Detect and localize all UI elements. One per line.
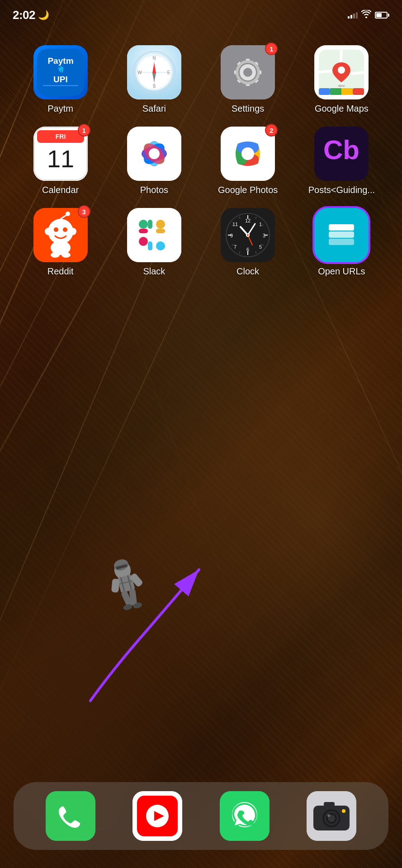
app-posts-label: Posts<Guiding... bbox=[308, 184, 375, 195]
status-bar: 2:02 🌙 bbox=[0, 0, 402, 24]
svg-point-63 bbox=[63, 227, 67, 232]
svg-point-67 bbox=[69, 228, 76, 235]
app-safari[interactable]: N S E W Safari bbox=[107, 45, 201, 114]
app-gphotos-label: Google Photos bbox=[218, 184, 278, 195]
svg-text:1: 1 bbox=[259, 222, 262, 227]
app-paytm-label: Paytm bbox=[47, 103, 73, 114]
svg-text:FRI: FRI bbox=[55, 133, 66, 140]
svg-point-107 bbox=[247, 234, 249, 236]
svg-rect-34 bbox=[330, 88, 341, 95]
svg-text:9: 9 bbox=[230, 233, 233, 238]
svg-rect-140 bbox=[324, 802, 335, 807]
svg-rect-111 bbox=[329, 224, 354, 231]
svg-text:11: 11 bbox=[47, 145, 74, 172]
svg-point-70 bbox=[61, 252, 71, 258]
svg-text:11: 11 bbox=[232, 222, 238, 227]
app-reddit[interactable]: 3 bbox=[14, 208, 107, 277]
reddit-badge: 3 bbox=[78, 205, 90, 218]
time-display: 2:02 bbox=[13, 8, 35, 22]
svg-rect-35 bbox=[341, 88, 353, 95]
svg-rect-71 bbox=[127, 208, 181, 262]
svg-point-65 bbox=[66, 212, 70, 216]
dock bbox=[14, 782, 388, 850]
svg-rect-33 bbox=[319, 88, 330, 95]
app-calendar[interactable]: 1 FRI 11 Calendar bbox=[14, 127, 107, 195]
svg-text:से: से bbox=[57, 65, 63, 74]
calendar-badge: 1 bbox=[78, 124, 90, 137]
svg-rect-77 bbox=[139, 229, 148, 233]
signal-bar-1 bbox=[348, 16, 350, 19]
status-icons bbox=[348, 10, 389, 20]
signal-bar-4 bbox=[356, 12, 358, 19]
svg-text:3: 3 bbox=[263, 233, 265, 238]
svg-text:12: 12 bbox=[245, 218, 251, 223]
moon-icon: 🌙 bbox=[38, 9, 49, 20]
svg-rect-109 bbox=[329, 239, 354, 245]
dock-whatsapp[interactable] bbox=[220, 791, 270, 841]
signal-bar-2 bbox=[350, 15, 352, 19]
svg-point-141 bbox=[342, 809, 345, 813]
svg-text:N: N bbox=[152, 56, 156, 61]
svg-text:7: 7 bbox=[234, 244, 236, 250]
svg-text:5: 5 bbox=[259, 244, 262, 250]
svg-rect-79 bbox=[148, 241, 152, 250]
svg-text:Paytm: Paytm bbox=[47, 56, 73, 66]
app-openurls[interactable]: Open URLs bbox=[295, 208, 388, 277]
app-slack[interactable]: Slack bbox=[107, 208, 201, 277]
app-calendar-label: Calendar bbox=[42, 184, 79, 195]
app-grid: Paytm से UPI Paytm bbox=[0, 36, 402, 286]
svg-point-142 bbox=[327, 814, 330, 817]
svg-rect-73 bbox=[148, 220, 152, 229]
svg-point-69 bbox=[51, 252, 60, 258]
signal-icon bbox=[348, 11, 358, 19]
dock-camera[interactable] bbox=[307, 791, 356, 841]
svg-text:S: S bbox=[153, 84, 156, 89]
app-maps-label: Google Maps bbox=[315, 103, 369, 114]
svg-point-57 bbox=[241, 147, 254, 160]
svg-rect-74 bbox=[156, 220, 165, 229]
svg-rect-36 bbox=[353, 88, 364, 95]
app-paytm[interactable]: Paytm से UPI Paytm bbox=[14, 45, 107, 114]
dock-phone[interactable] bbox=[46, 791, 95, 841]
settings-badge: 1 bbox=[265, 42, 278, 55]
signal-bar-3 bbox=[353, 14, 355, 19]
svg-point-66 bbox=[45, 228, 52, 235]
svg-point-62 bbox=[54, 227, 58, 232]
status-time: 2:02 🌙 bbox=[13, 8, 49, 22]
svg-text:Cb: Cb bbox=[323, 135, 359, 165]
app-slack-label: Slack bbox=[143, 266, 165, 277]
svg-rect-76 bbox=[139, 237, 148, 246]
app-clock[interactable]: 12 1 3 5 6 7 9 11 bbox=[201, 208, 295, 277]
app-posts[interactable]: Cb Posts<Guiding... bbox=[295, 127, 388, 195]
app-settings-label: Settings bbox=[232, 103, 264, 114]
app-photos[interactable]: Photos bbox=[107, 127, 201, 195]
svg-text:E: E bbox=[167, 70, 170, 75]
svg-text:6: 6 bbox=[246, 247, 249, 252]
app-openurls-label: Open URLs bbox=[318, 266, 365, 277]
app-safari-label: Safari bbox=[142, 103, 166, 114]
svg-rect-75 bbox=[156, 229, 165, 233]
svg-rect-72 bbox=[139, 220, 148, 229]
gphotos-badge: 2 bbox=[265, 124, 278, 137]
dock-youtube[interactable] bbox=[132, 791, 182, 841]
svg-point-32 bbox=[338, 66, 345, 74]
wifi-icon bbox=[361, 10, 371, 20]
svg-point-31 bbox=[338, 85, 345, 87]
battery-icon bbox=[375, 12, 389, 19]
svg-rect-110 bbox=[329, 231, 354, 238]
svg-text:W: W bbox=[137, 70, 142, 75]
svg-point-19 bbox=[243, 68, 252, 77]
app-maps[interactable]: Google Maps bbox=[295, 45, 388, 114]
app-reddit-label: Reddit bbox=[47, 266, 74, 277]
app-clock-label: Clock bbox=[236, 266, 259, 277]
svg-point-55 bbox=[149, 148, 160, 159]
app-gphotos[interactable]: 2 Google Photos bbox=[201, 127, 295, 195]
svg-rect-78 bbox=[156, 241, 165, 250]
svg-rect-127 bbox=[46, 791, 95, 841]
app-photos-label: Photos bbox=[140, 184, 168, 195]
svg-text:UPI: UPI bbox=[53, 75, 68, 84]
app-settings[interactable]: 1 bbox=[201, 45, 295, 114]
svg-rect-120 bbox=[111, 579, 120, 593]
